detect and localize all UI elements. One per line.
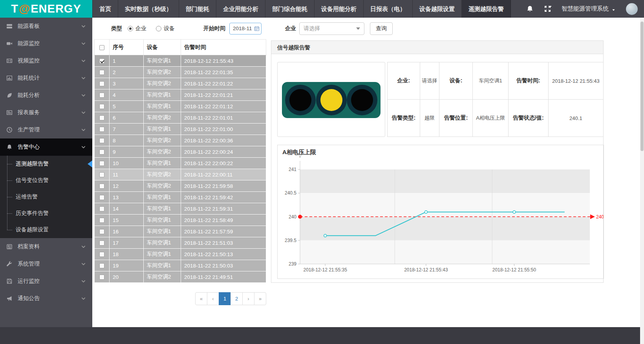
row-alarm-time: 2018-11-22 21:59:31 xyxy=(181,203,266,215)
sidebar-subitem[interactable]: 信号变位告警 xyxy=(0,172,92,189)
table-row[interactable]: 1车间空调12018-12-12 21:55:43 xyxy=(95,55,266,67)
bell-icon[interactable] xyxy=(526,5,534,13)
sidebar-item[interactable]: 系统管理 xyxy=(0,255,92,273)
row-checkbox[interactable] xyxy=(99,252,104,257)
table-row[interactable]: 4车间空调12018-11-22 22:01:21 xyxy=(95,89,266,101)
table-row[interactable]: 7车间空调12018-11-22 22:01:00 xyxy=(95,124,266,135)
nav-item[interactable]: 设备用能分析 xyxy=(315,0,364,18)
sidebar-subitem[interactable]: 遥测越限告警 xyxy=(0,156,92,172)
sidebar-item[interactable]: 能源监控 xyxy=(0,35,92,52)
sidebar-item[interactable]: 报表服务 xyxy=(0,104,92,121)
sidebar-item[interactable]: 能源看板 xyxy=(0,18,92,35)
row-checkbox[interactable] xyxy=(99,70,104,75)
nav-item[interactable]: 部门能耗 xyxy=(179,0,216,18)
tree-leader xyxy=(7,164,12,164)
nav-item[interactable]: 首页 xyxy=(92,0,118,18)
row-checkbox[interactable] xyxy=(99,149,104,155)
row-checkbox[interactable] xyxy=(99,93,104,98)
sidebar-item[interactable]: 运行监控 xyxy=(0,273,92,290)
sidebar-item[interactable]: 能耗统计 xyxy=(0,69,92,87)
table-row[interactable]: 5车间空调12018-11-22 22:01:12 xyxy=(95,101,266,112)
sidebar-item[interactable]: 告警中心 xyxy=(0,138,92,156)
page-button[interactable]: 1 xyxy=(219,292,231,305)
avatar[interactable] xyxy=(626,3,638,15)
query-button[interactable]: 查询 xyxy=(370,22,393,35)
row-checkbox[interactable] xyxy=(99,218,104,223)
table-row[interactable]: 2车间空调22018-11-22 22:01:35 xyxy=(95,67,266,78)
row-checkbox[interactable] xyxy=(99,138,104,143)
caret-down-icon xyxy=(611,7,616,11)
status-field-value: 240.1 xyxy=(548,100,603,137)
row-checkbox[interactable] xyxy=(99,81,104,86)
table-row[interactable]: 13车间空调12018-11-22 21:59:42 xyxy=(95,192,266,203)
sidebar-item-label: 告警中心 xyxy=(18,144,40,151)
sidebar-item[interactable]: 通知公告 xyxy=(0,290,92,307)
nav-item[interactable]: 实时数据（秒级） xyxy=(118,0,179,18)
row-checkbox[interactable] xyxy=(99,275,104,280)
time-field-label: 告警时间: xyxy=(509,62,549,100)
page-button[interactable]: ‹ xyxy=(207,292,219,305)
row-checkbox[interactable] xyxy=(99,240,104,246)
system-menu[interactable]: 智慧能源管理系统 xyxy=(562,5,616,13)
table-row[interactable]: 20车间空调22018-11-22 21:49:51 xyxy=(95,271,266,283)
sidebar-subitem[interactable]: 设备越限设置 xyxy=(0,222,92,238)
nav-item[interactable]: 日报表（电） xyxy=(364,0,413,18)
row-checkbox[interactable] xyxy=(99,263,104,268)
sidebar-item[interactable]: 视频监控 xyxy=(0,52,92,69)
row-device: 车间空调2 xyxy=(144,67,181,78)
sidebar-item[interactable]: 档案资料 xyxy=(0,238,92,255)
table-row[interactable]: 9车间空调22018-11-22 22:00:24 xyxy=(95,146,266,158)
row-checkbox[interactable] xyxy=(99,206,104,211)
bar-chart-icon xyxy=(6,75,13,81)
chevron-down-icon xyxy=(81,110,86,115)
vertical-scrollbar[interactable] xyxy=(640,18,644,344)
row-alarm-time: 2018-12-12 21:55:43 xyxy=(181,55,266,67)
table-row[interactable]: 10车间空调12018-11-22 22:00:22 xyxy=(95,158,266,169)
nav-item[interactable]: 设备越限设置 xyxy=(413,0,462,18)
type-label: 类型 xyxy=(111,25,122,32)
table-row[interactable]: 18车间空调12018-11-22 21:50:13 xyxy=(95,249,266,260)
chevron-down-icon xyxy=(356,27,360,30)
nav-item[interactable]: 部门综合能耗 xyxy=(265,0,315,18)
page-button[interactable]: « xyxy=(195,292,207,305)
row-checkbox[interactable] xyxy=(99,184,104,189)
sidebar-subitem[interactable]: 运维告警 xyxy=(0,189,92,205)
company-select[interactable]: 请选择 xyxy=(299,22,364,35)
svg-text:241: 241 xyxy=(289,167,296,172)
row-checkbox[interactable] xyxy=(99,127,104,132)
row-alarm-time: 2018-11-22 21:50:13 xyxy=(181,249,266,260)
row-checkbox[interactable] xyxy=(99,172,104,177)
chevron-down-icon xyxy=(81,58,86,64)
radio-device[interactable] xyxy=(156,26,161,31)
table-row[interactable]: 3车间空调22018-11-22 22:01:22 xyxy=(95,78,266,89)
table-row[interactable]: 6车间空调22018-11-22 22:01:01 xyxy=(95,112,266,124)
table-row[interactable]: 14车间空调12018-11-22 21:59:31 xyxy=(95,203,266,215)
calendar-icon[interactable] xyxy=(254,26,260,31)
row-checkbox[interactable] xyxy=(99,229,104,234)
radio-company[interactable] xyxy=(128,26,133,31)
table-row[interactable]: 12车间空调22018-11-22 21:59:58 xyxy=(95,180,266,192)
fullscreen-icon[interactable] xyxy=(544,5,551,13)
table-row[interactable]: 15车间空调12018-11-22 21:58:49 xyxy=(95,215,266,226)
row-checkbox[interactable] xyxy=(99,58,104,64)
table-row[interactable]: 19车间空调12018-11-22 21:50:03 xyxy=(95,260,266,271)
row-checkbox[interactable] xyxy=(99,115,104,120)
row-checkbox[interactable] xyxy=(99,104,104,109)
sidebar-subitem[interactable]: 历史事件告警 xyxy=(0,205,92,222)
table-row[interactable]: 17车间空调12018-11-22 21:51:03 xyxy=(95,237,266,249)
select-all-checkbox[interactable] xyxy=(99,45,104,50)
row-checkbox[interactable] xyxy=(99,161,104,166)
table-row[interactable]: 8车间空调22018-11-22 22:00:36 xyxy=(95,135,266,146)
sidebar-item[interactable]: 能耗分析 xyxy=(0,87,92,104)
sidebar-item[interactable]: 生产管理 xyxy=(0,121,92,138)
page-button[interactable]: 2 xyxy=(231,292,243,305)
table-row[interactable]: 16车间空调12018-11-22 21:57:59 xyxy=(95,226,266,237)
row-device: 车间空调1 xyxy=(144,203,181,215)
page-button[interactable]: › xyxy=(242,292,254,305)
nav-item[interactable]: 企业用能分析 xyxy=(216,0,265,18)
nav-item[interactable]: 遥测越限告警 xyxy=(462,0,511,18)
scrollbar-thumb[interactable] xyxy=(640,22,644,151)
page-button[interactable]: » xyxy=(254,292,266,305)
table-row[interactable]: 11车间空调22018-11-22 22:00:11 xyxy=(95,169,266,180)
row-checkbox[interactable] xyxy=(99,195,104,200)
